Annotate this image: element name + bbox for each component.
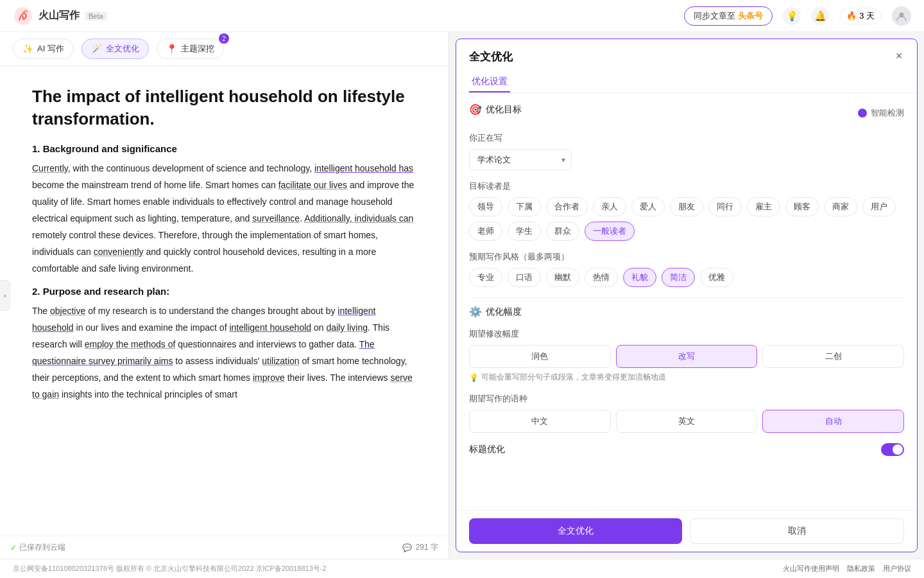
beta-badge: Beta bbox=[85, 12, 107, 21]
panel-tabs: 优化设置 bbox=[469, 72, 904, 92]
style-section: 预期写作风格（最多两项） 专业 口语 幽默 热情 礼貌 简洁 优雅 bbox=[469, 251, 904, 287]
editor-toolbar: ✨ AI 写作 🪄 全文优化 📍 主题深挖 2 bbox=[0, 32, 449, 66]
optimize-goal-section: 🎯 优化目标 智能检测 bbox=[469, 103, 904, 122]
tag-群众[interactable]: 群众 bbox=[546, 222, 579, 241]
nav-right: 同步文章至 头条号 💡 🔔 🔥 3 天 bbox=[684, 6, 911, 26]
ai-write-button[interactable]: ✨ AI 写作 bbox=[13, 39, 74, 59]
writing-select-wrapper: 学术论文 ▾ bbox=[469, 149, 572, 170]
language-section: 期望写作的语种 中文 英文 自动 bbox=[469, 393, 904, 433]
tag-优雅[interactable]: 优雅 bbox=[700, 268, 733, 287]
title-optimize-toggle[interactable] bbox=[881, 443, 904, 456]
cancel-button[interactable]: 取消 bbox=[690, 518, 904, 544]
tag-同行[interactable]: 同行 bbox=[708, 197, 742, 216]
collapse-button[interactable]: › bbox=[0, 280, 10, 311]
toggle-knob bbox=[893, 444, 903, 455]
fire-icon: 🔥 bbox=[846, 11, 857, 21]
topic-mine-button[interactable]: 📍 主题深挖 bbox=[157, 39, 224, 59]
check-icon: ✓ bbox=[10, 543, 17, 552]
full-optimize-button[interactable]: 🪄 全文优化 bbox=[81, 39, 149, 59]
tab-optimize-settings[interactable]: 优化设置 bbox=[469, 72, 510, 92]
sparkle-icon: ✨ bbox=[22, 44, 33, 54]
audience-section: 目标读者是 领导 下属 合作者 亲人 爱人 朋友 同行 雇主 顾客 商家 用户 … bbox=[469, 180, 904, 241]
tag-顾客[interactable]: 顾客 bbox=[785, 197, 819, 216]
option-润色[interactable]: 润色 bbox=[469, 345, 611, 368]
action-bar: 全文优化 取消 bbox=[456, 510, 917, 552]
modify-range-section: 期望修改幅度 润色 改写 二创 💡 可能会重写部分句子或段落，文章将变得更加流畅… bbox=[469, 328, 904, 383]
title-optimize-row: 标题优化 bbox=[469, 443, 904, 456]
tag-朋友[interactable]: 朋友 bbox=[670, 197, 703, 216]
tag-热情[interactable]: 热情 bbox=[585, 268, 618, 287]
main-layout: › ✨ AI 写作 🪄 全文优化 📍 主题深挖 2 The impact of … bbox=[0, 32, 924, 559]
option-英文[interactable]: 英文 bbox=[616, 410, 758, 433]
top-nav: 火山写作 Beta 同步文章至 头条号 💡 🔔 🔥 3 天 bbox=[0, 0, 924, 32]
writing-type-select[interactable]: 学术论文 bbox=[469, 149, 572, 170]
doc-title[interactable]: The impact of intelligent household on l… bbox=[32, 85, 416, 130]
tag-用户[interactable]: 用户 bbox=[862, 197, 896, 216]
tag-亲人[interactable]: 亲人 bbox=[593, 197, 626, 216]
icp-text: 京公网安备110108020321378号 版权所有 © 北京火山引擎科技有限公… bbox=[13, 564, 327, 574]
smart-detect-label: 智能检测 bbox=[871, 107, 904, 119]
logo-area: 火山写作 Beta bbox=[13, 6, 107, 26]
radio-smart-detect[interactable] bbox=[858, 109, 867, 118]
bulb-icon[interactable]: 💡 bbox=[783, 7, 801, 25]
optimize-icon: 🪄 bbox=[91, 44, 102, 54]
modify-range-label: 期望修改幅度 bbox=[469, 328, 904, 340]
points-badge[interactable]: 🔥 3 天 bbox=[839, 8, 882, 24]
save-status: ✓ 已保存到云端 bbox=[10, 542, 65, 553]
panel-header: 全文优化 × 优化设置 bbox=[456, 39, 917, 93]
logo-icon bbox=[13, 6, 33, 26]
option-自动[interactable]: 自动 bbox=[762, 410, 904, 433]
modify-hint: 💡 可能会重写部分句子或段落，文章将变得更加流畅地道 bbox=[469, 372, 904, 383]
tag-专业[interactable]: 专业 bbox=[469, 268, 502, 287]
audience-label: 目标读者是 bbox=[469, 180, 904, 192]
tag-一般读者[interactable]: 一般读者 bbox=[585, 222, 635, 241]
hint-icon: 💡 bbox=[469, 373, 479, 382]
target-icon: 🎯 bbox=[469, 103, 482, 116]
section-2-heading: 2. Purpose and research plan: bbox=[32, 286, 416, 297]
style-label: 预期写作风格（最多两项） bbox=[469, 251, 904, 263]
option-二创[interactable]: 二创 bbox=[762, 345, 904, 368]
tag-商家[interactable]: 商家 bbox=[824, 197, 857, 216]
section-1-para: Currently, with the continuous developme… bbox=[32, 161, 416, 277]
writing-type-section: 你正在写 学术论文 ▾ bbox=[469, 132, 904, 170]
pin-icon: 📍 bbox=[166, 44, 177, 54]
tag-礼貌[interactable]: 礼貌 bbox=[623, 268, 656, 287]
chat-icon: 💬 bbox=[402, 543, 412, 552]
sync-button[interactable]: 同步文章至 头条号 bbox=[684, 6, 773, 26]
tag-爱人[interactable]: 爱人 bbox=[631, 197, 665, 216]
tag-学生[interactable]: 学生 bbox=[508, 222, 541, 241]
panel-title: 全文优化 bbox=[469, 49, 904, 64]
footer-link-agreement[interactable]: 用户协议 bbox=[883, 564, 911, 574]
editor-content: The impact of intelligent household on l… bbox=[0, 66, 449, 554]
optimize-range-section: ⚙️ 优化幅度 bbox=[469, 306, 904, 318]
tag-口语[interactable]: 口语 bbox=[508, 268, 541, 287]
close-button[interactable]: × bbox=[891, 48, 907, 64]
language-option-group: 中文 英文 自动 bbox=[469, 410, 904, 433]
option-中文[interactable]: 中文 bbox=[469, 410, 611, 433]
tag-老师[interactable]: 老师 bbox=[469, 222, 502, 241]
tag-简洁[interactable]: 简洁 bbox=[662, 268, 695, 287]
user-avatar[interactable] bbox=[892, 6, 911, 26]
tag-雇主[interactable]: 雇主 bbox=[747, 197, 780, 216]
topic-mine-wrapper: 📍 主题深挖 2 bbox=[157, 39, 224, 59]
editor-bottom-bar: ✓ 已保存到云端 💬 291 字 bbox=[0, 536, 449, 559]
footer-links: 火山写作使用声明 隐私政策 用户协议 bbox=[783, 564, 911, 574]
tag-领导[interactable]: 领导 bbox=[469, 197, 502, 216]
bell-icon[interactable]: 🔔 bbox=[811, 7, 829, 25]
tag-幽默[interactable]: 幽默 bbox=[546, 268, 579, 287]
page-footer: 京公网安备110108020321378号 版权所有 © 北京火山引擎科技有限公… bbox=[0, 559, 924, 578]
logo-text: 火山写作 bbox=[38, 9, 80, 22]
writing-label: 你正在写 bbox=[469, 132, 904, 144]
word-count: 💬 291 字 bbox=[402, 542, 438, 553]
divider-1 bbox=[469, 297, 904, 298]
tag-下属[interactable]: 下属 bbox=[508, 197, 541, 216]
option-改写[interactable]: 改写 bbox=[616, 345, 758, 368]
audience-tag-group: 领导 下属 合作者 亲人 爱人 朋友 同行 雇主 顾客 商家 用户 老师 学生 … bbox=[469, 197, 904, 241]
section-2-para: The objective of my research is to under… bbox=[32, 303, 416, 403]
section-1-heading: 1. Background and significance bbox=[32, 143, 416, 154]
tag-合作者[interactable]: 合作者 bbox=[546, 197, 588, 216]
full-optimize-submit-button[interactable]: 全文优化 bbox=[469, 518, 682, 544]
footer-link-privacy[interactable]: 隐私政策 bbox=[847, 564, 875, 574]
panel-body: 🎯 优化目标 智能检测 你正在写 学术论文 ▾ bbox=[456, 93, 917, 510]
footer-link-terms[interactable]: 火山写作使用声明 bbox=[783, 564, 839, 574]
